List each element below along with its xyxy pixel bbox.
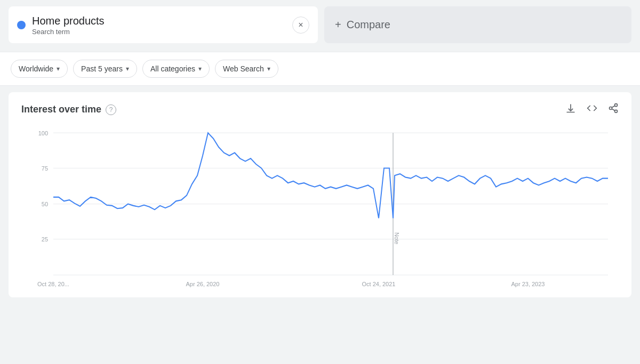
time-filter[interactable]: Past 5 years ▾ <box>73 60 137 78</box>
search-term-left: Home products Search term <box>17 14 105 36</box>
embed-icon[interactable] <box>587 103 597 116</box>
svg-point-2 <box>615 110 618 112</box>
location-filter[interactable]: Worldwide ▾ <box>11 60 68 78</box>
chart-title: Interest over time <box>21 104 101 115</box>
svg-point-1 <box>610 107 612 110</box>
compare-box[interactable]: + Compare <box>324 6 631 43</box>
header-section: Home products Search term × + Compare <box>0 0 640 50</box>
chart-title-row: Interest over time ? <box>21 104 116 115</box>
time-label: Past 5 years <box>81 64 123 73</box>
x-label-4: Apr 23, 2023 <box>511 281 545 287</box>
search-type-chevron-icon: ▾ <box>267 65 270 72</box>
x-label-1: Oct 28, 20... <box>37 281 69 287</box>
svg-line-4 <box>612 106 615 107</box>
svg-point-0 <box>615 104 618 107</box>
svg-line-3 <box>612 109 615 110</box>
plus-icon: + <box>335 19 341 31</box>
close-button[interactable]: × <box>292 17 309 34</box>
category-filter[interactable]: All categories ▾ <box>142 60 210 78</box>
category-chevron-icon: ▾ <box>198 65 202 72</box>
y-label-75: 75 <box>42 165 48 171</box>
search-term-sublabel: Search term <box>32 28 105 36</box>
close-icon: × <box>298 20 303 30</box>
search-term-title: Home products <box>32 14 105 28</box>
search-term-box: Home products Search term × <box>9 6 318 43</box>
category-label: All categories <box>150 64 195 73</box>
chart-container: 100 75 50 25 Oct 28, 20... Apr 26, 2020 … <box>21 122 619 292</box>
y-label-100: 100 <box>38 130 48 136</box>
note-label: Note <box>394 232 399 245</box>
search-type-label: Web Search <box>223 64 264 73</box>
x-label-3: Oct 24, 2021 <box>362 281 396 287</box>
location-chevron-icon: ▾ <box>57 65 60 72</box>
x-label-2: Apr 26, 2020 <box>186 281 220 287</box>
trend-line <box>53 133 608 218</box>
help-icon[interactable]: ? <box>106 104 116 115</box>
filter-bar: Worldwide ▾ Past 5 years ▾ All categorie… <box>0 52 640 86</box>
chart-header: Interest over time ? <box>21 103 619 116</box>
search-type-filter[interactable]: Web Search ▾ <box>215 60 278 78</box>
y-label-50: 50 <box>42 201 48 207</box>
location-label: Worldwide <box>19 64 53 73</box>
blue-dot-indicator <box>17 21 26 29</box>
chart-actions <box>565 103 619 116</box>
share-icon[interactable] <box>608 103 619 116</box>
time-chevron-icon: ▾ <box>126 65 129 72</box>
search-term-text: Home products Search term <box>32 14 105 36</box>
chart-svg: 100 75 50 25 Oct 28, 20... Apr 26, 2020 … <box>21 122 619 292</box>
compare-label: Compare <box>347 19 390 31</box>
download-icon[interactable] <box>565 103 576 116</box>
chart-section: Interest over time ? <box>9 92 631 297</box>
y-label-25: 25 <box>42 236 48 242</box>
